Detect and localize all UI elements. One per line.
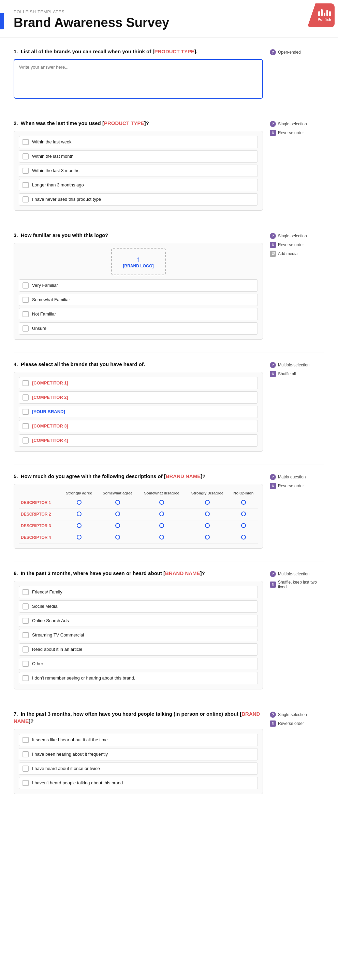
matrix-radio-3-4[interactable] (205, 523, 210, 528)
matrix-row3-col5[interactable] (229, 520, 258, 532)
matrix-radio-2-1[interactable] (77, 512, 81, 516)
q3-brand-logo[interactable]: ↑ [BRAND LOGO] (111, 248, 166, 275)
q3-option-4[interactable]: Unsure (19, 322, 258, 335)
matrix-radio-4-1[interactable] (77, 535, 81, 539)
q6-badge-shuffle: ⇅ Shuffle, keep last two fixed (270, 580, 324, 589)
q7-checkbox-4[interactable] (22, 780, 29, 786)
q2-checkbox-1[interactable] (22, 139, 29, 145)
q3-option-3[interactable]: Not Familiar (19, 308, 258, 320)
q6-option-7[interactable]: I don't remember seeing or hearing about… (19, 672, 258, 684)
q3-checkbox-4[interactable] (22, 325, 29, 332)
q3-checkbox-2[interactable] (22, 297, 29, 303)
matrix-row4-col4[interactable] (186, 532, 229, 543)
q2-option-5[interactable]: I have never used this product type (19, 193, 258, 205)
matrix-row2-col2[interactable] (97, 508, 138, 520)
q7-option-4[interactable]: I haven't heard people talking about thi… (19, 777, 258, 789)
matrix-radio-2-5[interactable] (241, 512, 246, 516)
q4-checkbox-4[interactable] (22, 423, 29, 429)
q5-text-before: How much do you agree with the following… (21, 473, 166, 479)
q7-checkbox-2[interactable] (22, 751, 29, 757)
pollfish-logo-bg: Pollfish (307, 3, 335, 27)
matrix-row4-col3[interactable] (138, 532, 185, 543)
matrix-row1-col2[interactable] (97, 497, 138, 509)
q6-option-2[interactable]: Social Media (19, 600, 258, 612)
matrix-row1-col4[interactable] (186, 497, 229, 509)
matrix-row1-col5[interactable] (229, 497, 258, 509)
matrix-radio-4-3[interactable] (159, 535, 164, 539)
q3-option-1[interactable]: Very Familiar (19, 279, 258, 292)
q7-option-2[interactable]: I have been hearing about it frequently (19, 748, 258, 760)
q7-checkbox-3[interactable] (22, 765, 29, 772)
q6-checkbox-6[interactable] (22, 661, 29, 667)
q6-checkbox-7[interactable] (22, 675, 29, 681)
matrix-row3-col1[interactable] (61, 520, 97, 532)
q6-option-1[interactable]: Friends/ Family (19, 586, 258, 598)
matrix-row2-col3[interactable] (138, 508, 185, 520)
matrix-row4-col1[interactable] (61, 532, 97, 543)
matrix-row1-col3[interactable] (138, 497, 185, 509)
matrix-radio-4-4[interactable] (205, 535, 210, 539)
matrix-radio-2-2[interactable] (115, 512, 120, 516)
matrix-row2-col1[interactable] (61, 508, 97, 520)
q1-badge-open-ended: ? Open-ended (270, 49, 324, 55)
matrix-row3-col4[interactable] (186, 520, 229, 532)
q6-checkbox-1[interactable] (22, 589, 29, 595)
matrix-radio-1-3[interactable] (159, 500, 164, 505)
matrix-radio-2-4[interactable] (205, 512, 210, 516)
q4-option-4[interactable]: [COMPETITOR 3] (19, 420, 258, 432)
matrix-radio-1-1[interactable] (77, 500, 81, 505)
q6-option-4[interactable]: Streaming TV Commercial (19, 629, 258, 641)
matrix-radio-1-5[interactable] (241, 500, 246, 505)
matrix-row3-col2[interactable] (97, 520, 138, 532)
q4-option-5[interactable]: [COMPETITOR 4] (19, 434, 258, 447)
question-2-right: ? Single-selection ⇅ Reverse order (270, 119, 324, 138)
q6-checkbox-3[interactable] (22, 618, 29, 624)
q2-checkbox-2[interactable] (22, 153, 29, 159)
q4-checkbox-2[interactable] (22, 395, 29, 401)
matrix-row4-col5[interactable] (229, 532, 258, 543)
q2-checkbox-4[interactable] (22, 182, 29, 188)
q4-option-3[interactable]: [YOUR BRAND] (19, 406, 258, 418)
q1-answer-box[interactable] (14, 59, 263, 99)
q3-option-2[interactable]: Somewhat Familiar (19, 294, 258, 306)
matrix-row2-col4[interactable] (186, 508, 229, 520)
matrix-radio-2-3[interactable] (159, 512, 164, 516)
q6-checkbox-4[interactable] (22, 632, 29, 638)
descriptor-3: DESCRIPTOR 3 (21, 523, 51, 528)
matrix-row4-col2[interactable] (97, 532, 138, 543)
matrix-row3-col3[interactable] (138, 520, 185, 532)
q2-option-3[interactable]: Within the last 3 months (19, 165, 258, 177)
q1-textarea[interactable] (19, 65, 257, 92)
q6-checkbox-2[interactable] (22, 603, 29, 609)
q2-option-2[interactable]: Within the last month (19, 150, 258, 162)
q4-checkbox-3[interactable] (22, 409, 29, 415)
matrix-radio-3-5[interactable] (241, 523, 246, 528)
matrix-row2-col5[interactable] (229, 508, 258, 520)
q6-option-6[interactable]: Other (19, 658, 258, 670)
q6-checkbox-5[interactable] (22, 646, 29, 652)
q2-checkbox-3[interactable] (22, 168, 29, 174)
matrix-radio-3-2[interactable] (115, 523, 120, 528)
q2-option-4[interactable]: Longer than 3 months ago (19, 179, 258, 191)
matrix-radio-1-4[interactable] (205, 500, 210, 505)
q7-option-3[interactable]: I have heard about it once or twice (19, 762, 258, 775)
matrix-th-empty (19, 489, 61, 497)
matrix-radio-4-2[interactable] (115, 535, 120, 539)
q7-checkbox-1[interactable] (22, 737, 29, 743)
q7-option-1[interactable]: It seems like I hear about it all the ti… (19, 734, 258, 746)
q6-option-3[interactable]: Online Search Ads (19, 615, 258, 627)
q6-option-5[interactable]: Read about it in an article (19, 643, 258, 655)
matrix-radio-3-3[interactable] (159, 523, 164, 528)
q2-checkbox-5[interactable] (22, 196, 29, 202)
q4-checkbox-1[interactable] (22, 380, 29, 386)
q2-option-1[interactable]: Within the last week (19, 136, 258, 148)
matrix-radio-1-2[interactable] (115, 500, 120, 505)
q3-checkbox-1[interactable] (22, 282, 29, 288)
q3-checkbox-3[interactable] (22, 311, 29, 317)
matrix-row1-col1[interactable] (61, 497, 97, 509)
q4-checkbox-5[interactable] (22, 438, 29, 444)
matrix-radio-4-5[interactable] (241, 535, 246, 539)
q4-option-1[interactable]: [COMPETITOR 1] (19, 377, 258, 389)
matrix-radio-3-1[interactable] (77, 523, 81, 528)
q4-option-2[interactable]: [COMPETITOR 2] (19, 391, 258, 404)
